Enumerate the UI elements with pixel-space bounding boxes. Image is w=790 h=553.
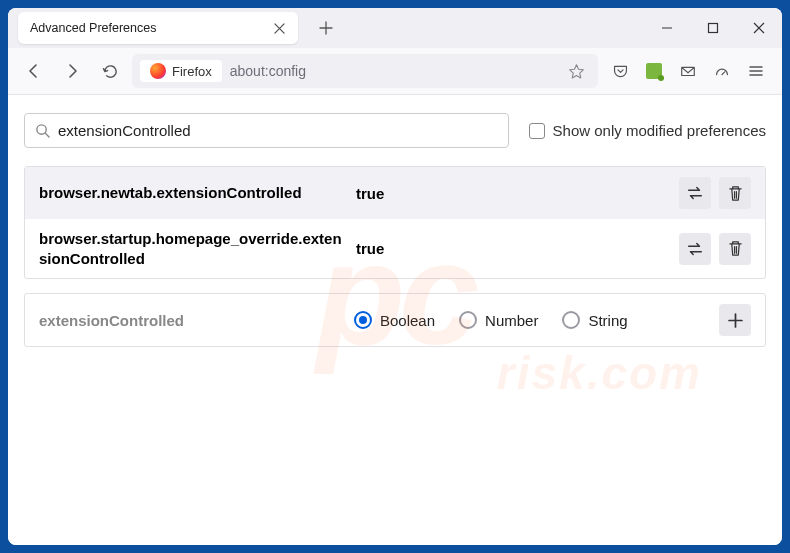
maximize-icon xyxy=(707,22,719,34)
row-actions xyxy=(679,233,751,265)
toggle-icon xyxy=(686,242,704,256)
dashboard-icon xyxy=(713,62,731,80)
radio-label: Number xyxy=(485,312,538,329)
mail-icon xyxy=(679,62,697,80)
window-controls xyxy=(644,8,782,48)
reload-button[interactable] xyxy=(94,55,126,87)
radio-boolean[interactable]: Boolean xyxy=(354,311,435,329)
dashboard-button[interactable] xyxy=(706,55,738,87)
pref-name: browser.startup.homepage_override.extens… xyxy=(39,229,344,268)
search-icon xyxy=(35,123,50,138)
checkbox-icon[interactable] xyxy=(529,123,545,139)
pref-value: true xyxy=(356,240,667,257)
extension-icon xyxy=(646,63,662,79)
plus-icon xyxy=(319,21,333,35)
tab-title: Advanced Preferences xyxy=(30,21,156,35)
search-box[interactable] xyxy=(24,113,509,148)
close-window-button[interactable] xyxy=(736,8,782,48)
trash-icon xyxy=(728,240,743,257)
tab-advanced-preferences[interactable]: Advanced Preferences xyxy=(18,12,298,44)
new-tab-button[interactable] xyxy=(312,14,340,42)
radio-icon xyxy=(459,311,477,329)
delete-button[interactable] xyxy=(719,177,751,209)
minimize-icon xyxy=(661,22,673,34)
navbar: Firefox about:config xyxy=(8,48,782,95)
menu-icon xyxy=(748,63,764,79)
search-input[interactable] xyxy=(58,122,498,139)
delete-button[interactable] xyxy=(719,233,751,265)
radio-label: String xyxy=(588,312,627,329)
toggle-button[interactable] xyxy=(679,233,711,265)
content: Show only modified preferences browser.n… xyxy=(8,95,782,545)
radio-icon xyxy=(354,311,372,329)
svg-rect-0 xyxy=(709,24,718,33)
pocket-icon xyxy=(612,63,629,80)
back-button[interactable] xyxy=(18,55,50,87)
pocket-button[interactable] xyxy=(604,55,636,87)
trash-icon xyxy=(728,185,743,202)
toggle-button[interactable] xyxy=(679,177,711,209)
search-row: Show only modified preferences xyxy=(24,113,766,148)
star-icon xyxy=(568,63,585,80)
forward-button[interactable] xyxy=(56,55,88,87)
identity-label: Firefox xyxy=(172,64,212,79)
bookmark-button[interactable] xyxy=(562,57,590,85)
minimize-button[interactable] xyxy=(644,8,690,48)
extension-button[interactable] xyxy=(638,55,670,87)
toolbar-icons xyxy=(604,55,772,87)
radio-number[interactable]: Number xyxy=(459,311,538,329)
firefox-logo-icon xyxy=(150,63,166,79)
add-icon xyxy=(728,313,743,328)
mail-button[interactable] xyxy=(672,55,704,87)
forward-icon xyxy=(63,62,81,80)
radio-label: Boolean xyxy=(380,312,435,329)
url-text: about:config xyxy=(230,63,554,79)
close-icon xyxy=(753,22,765,34)
titlebar: Advanced Preferences xyxy=(8,8,782,48)
maximize-button[interactable] xyxy=(690,8,736,48)
pref-row[interactable]: browser.startup.homepage_override.extens… xyxy=(25,219,765,278)
modified-only-toggle[interactable]: Show only modified preferences xyxy=(529,122,766,139)
urlbar[interactable]: Firefox about:config xyxy=(132,54,598,88)
reload-icon xyxy=(102,63,119,80)
radio-icon xyxy=(562,311,580,329)
pref-row[interactable]: browser.newtab.extensionControlled true xyxy=(25,167,765,219)
radio-string[interactable]: String xyxy=(562,311,627,329)
row-actions xyxy=(679,177,751,209)
back-icon xyxy=(25,62,43,80)
type-radios: Boolean Number String xyxy=(354,311,709,329)
menu-button[interactable] xyxy=(740,55,772,87)
new-pref-row: extensionControlled Boolean Number Strin… xyxy=(24,293,766,347)
add-button[interactable] xyxy=(719,304,751,336)
modified-label: Show only modified preferences xyxy=(553,122,766,139)
pref-value: true xyxy=(356,185,667,202)
identity-box[interactable]: Firefox xyxy=(140,60,222,82)
toggle-icon xyxy=(686,186,704,200)
results-group: browser.newtab.extensionControlled true … xyxy=(24,166,766,279)
new-pref-name: extensionControlled xyxy=(39,312,344,329)
close-icon[interactable] xyxy=(272,21,286,35)
pref-name: browser.newtab.extensionControlled xyxy=(39,183,344,203)
